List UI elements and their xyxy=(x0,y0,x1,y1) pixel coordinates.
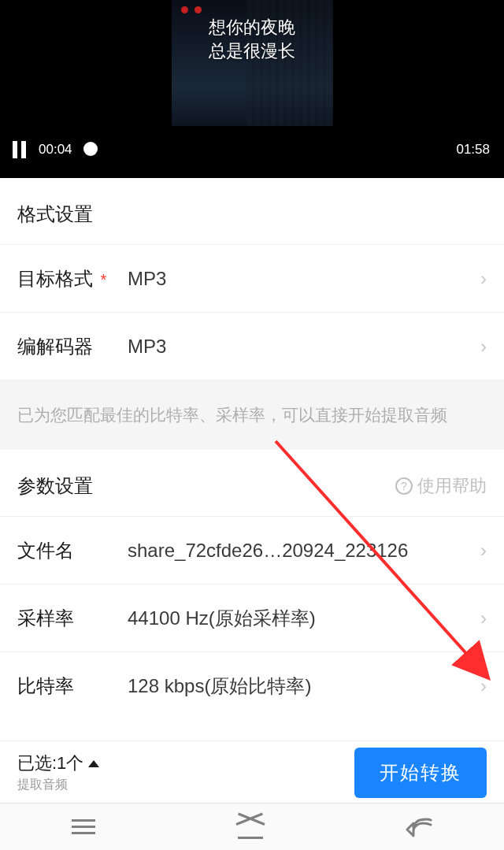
codec-value: MP3 xyxy=(120,336,472,358)
sample-rate-value: 44100 Hz(原始采样率) xyxy=(120,606,472,631)
codec-label: 编解码器 xyxy=(17,334,120,359)
help-icon: ? xyxy=(395,477,413,495)
target-format-label: 目标格式 * xyxy=(17,266,120,291)
format-title-text: 格式设置 xyxy=(17,202,93,227)
target-format-row[interactable]: 目标格式 * MP3 › xyxy=(0,244,504,312)
chevron-right-icon: › xyxy=(480,336,487,358)
chevron-right-icon: › xyxy=(480,607,487,629)
filename-value: share_72cfde26…20924_223126 xyxy=(120,540,472,562)
bitrate-value: 128 kbps(原始比特率) xyxy=(120,674,472,699)
progress-bar[interactable] xyxy=(87,148,90,151)
footer-bar: 已选:1个 提取音频 开始转换 xyxy=(0,741,504,804)
video-player: 想你的夜晚 总是很漫长 00:04 01:58 xyxy=(0,0,504,178)
codec-row[interactable]: 编解码器 MP3 › xyxy=(0,312,504,380)
lyric-line-1: 想你的夜晚 xyxy=(0,16,504,39)
menu-button[interactable] xyxy=(72,815,95,838)
home-button[interactable] xyxy=(238,818,263,836)
bitrate-label: 比特率 xyxy=(17,674,120,699)
sample-rate-label: 采样率 xyxy=(17,606,120,631)
system-nav-bar xyxy=(0,803,504,850)
caret-up-icon xyxy=(88,760,99,767)
start-convert-button[interactable]: 开始转换 xyxy=(354,748,487,798)
selected-count[interactable]: 已选:1个 提取音频 xyxy=(17,752,99,793)
format-section-title: 格式设置 xyxy=(0,178,504,244)
pause-button[interactable] xyxy=(13,141,26,158)
lyric-line-2: 总是很漫长 xyxy=(0,39,504,63)
target-format-value: MP3 xyxy=(120,268,472,290)
required-asterisk-icon: * xyxy=(96,271,106,288)
duration-time: 01:58 xyxy=(456,142,490,158)
selected-line: 已选:1个 xyxy=(17,752,99,775)
current-time: 00:04 xyxy=(39,142,72,158)
param-section-title: 参数设置 ? 使用帮助 xyxy=(0,450,504,516)
filename-row[interactable]: 文件名 share_72cfde26…20924_223126 › xyxy=(0,516,504,584)
bitrate-row[interactable]: 比特率 128 kbps(原始比特率) › xyxy=(0,651,504,719)
tip-message: 已为您匹配最佳的比特率、采样率，可以直接开始提取音频 xyxy=(0,380,504,450)
help-link[interactable]: ? 使用帮助 xyxy=(395,474,487,498)
sample-rate-row[interactable]: 采样率 44100 Hz(原始采样率) › xyxy=(0,584,504,651)
chevron-right-icon: › xyxy=(480,268,487,290)
back-button[interactable] xyxy=(406,817,432,837)
player-controls: 00:04 01:58 xyxy=(0,134,504,165)
chevron-right-icon: › xyxy=(480,540,487,562)
progress-handle-icon[interactable] xyxy=(83,142,98,156)
filename-label: 文件名 xyxy=(17,538,120,563)
chevron-right-icon: › xyxy=(480,675,487,697)
recording-indicator-icon xyxy=(181,6,202,13)
selected-subtitle: 提取音频 xyxy=(17,777,99,793)
help-label: 使用帮助 xyxy=(417,474,487,498)
param-title-text: 参数设置 xyxy=(17,473,93,499)
